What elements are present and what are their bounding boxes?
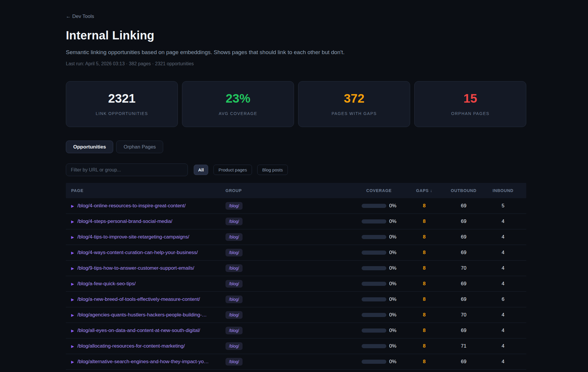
coverage-cell: 0% — [357, 359, 401, 365]
outbound-value: 69 — [447, 203, 480, 209]
group-badge: /blog/ — [225, 327, 243, 335]
gaps-value: 8 — [401, 343, 447, 349]
page-link[interactable]: /blog/alternative-search-engines-and-how… — [77, 359, 209, 365]
tab-opportunities[interactable]: Opportunities — [66, 141, 113, 153]
table-row[interactable]: ▶ /blog/9-tips-how-to-answer-customer-su… — [66, 261, 526, 276]
expand-row-icon[interactable]: ▶ — [71, 235, 74, 239]
gaps-value: 8 — [401, 250, 447, 256]
chip-blog-posts[interactable]: Blog posts — [257, 165, 288, 175]
table-row[interactable]: ▶ /blog/a-new-breed-of-tools-effectively… — [66, 292, 526, 307]
page-link[interactable]: /blog/allocating-resources-for-content-m… — [77, 343, 185, 349]
inbound-value: 6 — [480, 296, 526, 302]
column-header-coverage[interactable]: COVERAGE — [357, 188, 401, 193]
outbound-value: 69 — [447, 218, 480, 224]
table-row[interactable]: ▶ /blog/allocating-resources-for-content… — [66, 338, 526, 354]
page-link[interactable]: /blog/a-few-quick-seo-tips/ — [77, 281, 136, 287]
expand-row-icon[interactable]: ▶ — [71, 297, 74, 302]
page-link[interactable]: /blog/4-tips-to-improve-site-retargeting… — [77, 234, 189, 240]
group-badge: /blog/ — [225, 358, 243, 366]
outbound-value: 70 — [447, 312, 480, 318]
page-link[interactable]: /blog/9-tips-how-to-answer-customer-supp… — [77, 265, 194, 271]
coverage-bar — [362, 251, 386, 255]
page-link[interactable]: /blog/all-eyes-on-data-and-content-at-ne… — [77, 328, 200, 333]
column-header-group[interactable]: GROUP — [225, 188, 357, 193]
column-header-outbound[interactable]: OUTBOUND — [447, 188, 480, 193]
gaps-value: 8 — [401, 234, 447, 240]
coverage-cell: 0% — [357, 218, 401, 224]
table-header-row: PAGE GROUP COVERAGE GAPS ↓ OUTBOUND INBO… — [66, 183, 526, 198]
inbound-value: 4 — [480, 281, 526, 287]
expand-row-icon[interactable]: ▶ — [71, 282, 74, 286]
table-row[interactable]: ▶ /blog/alternative-search-engines-and-h… — [66, 354, 526, 370]
table-row[interactable]: ▶ /blog/agencies-quants-hustlers-hackers… — [66, 307, 526, 323]
page-title: Internal Linking — [66, 29, 526, 42]
page-cell: ▶ /blog/alternative-search-engines-and-h… — [66, 359, 225, 365]
coverage-bar — [362, 219, 386, 223]
coverage-cell: 0% — [357, 312, 401, 318]
inbound-value: 4 — [480, 265, 526, 271]
page-cell: ▶ /blog/4-ways-content-curation-can-help… — [66, 250, 225, 256]
filter-input[interactable] — [66, 164, 188, 176]
page-cell: ▶ /blog/a-new-breed-of-tools-effectively… — [66, 296, 225, 302]
stat-label: ORPHAN PAGES — [451, 111, 489, 116]
table-row[interactable]: ▶ /blog/a-few-quick-seo-tips/ /blog/ 0% … — [66, 276, 526, 292]
group-badge: /blog/ — [225, 218, 243, 226]
page-link[interactable]: /blog/4-steps-personal-brand-social-medi… — [77, 218, 172, 224]
page-link[interactable]: /blog/4-online-resources-to-inspire-grea… — [77, 203, 186, 209]
table-row[interactable]: ▶ /blog/4-steps-personal-brand-social-me… — [66, 214, 526, 229]
gaps-value: 8 — [401, 281, 447, 287]
page-cell: ▶ /blog/4-tips-to-improve-site-retargeti… — [66, 234, 225, 240]
coverage-cell: 0% — [357, 265, 401, 271]
coverage-cell: 0% — [357, 328, 401, 333]
group-filter-chips: All Product pages Blog posts — [194, 165, 288, 175]
gaps-value: 8 — [401, 359, 447, 365]
page-link[interactable]: /blog/agencies-quants-hustlers-hackers-p… — [77, 312, 207, 318]
group-badge: /blog/ — [225, 202, 243, 210]
inbound-value: 4 — [480, 312, 526, 318]
table-row[interactable]: ▶ /blog/4-ways-content-curation-can-help… — [66, 245, 526, 261]
group-badge: /blog/ — [225, 280, 243, 288]
stat-card-orphan-pages: 15 ORPHAN PAGES — [414, 81, 526, 127]
page-cell: ▶ /blog/a-few-quick-seo-tips/ — [66, 281, 225, 287]
coverage-value: 0% — [389, 265, 397, 271]
gaps-value: 8 — [401, 296, 447, 302]
group-badge: /blog/ — [225, 249, 243, 257]
coverage-cell: 0% — [357, 343, 401, 349]
stat-value: 372 — [344, 92, 364, 105]
page-cell: ▶ /blog/agencies-quants-hustlers-hackers… — [66, 312, 225, 318]
column-header-page[interactable]: PAGE — [66, 188, 225, 193]
group-badge: /blog/ — [225, 233, 243, 241]
group-cell: /blog/ — [225, 327, 357, 335]
column-header-inbound[interactable]: INBOUND — [480, 188, 526, 193]
table-row[interactable]: ▶ /blog/4-tips-to-improve-site-retargeti… — [66, 229, 526, 245]
expand-row-icon[interactable]: ▶ — [71, 266, 74, 271]
group-cell: /blog/ — [225, 342, 357, 350]
expand-row-icon[interactable]: ▶ — [71, 313, 74, 317]
stat-value: 2321 — [108, 92, 136, 105]
coverage-value: 0% — [389, 343, 397, 349]
chip-all[interactable]: All — [194, 165, 208, 175]
coverage-bar — [362, 266, 386, 270]
page-cell: ▶ /blog/allocating-resources-for-content… — [66, 343, 225, 349]
stat-card-avg-coverage: 23% AVG COVERAGE — [182, 81, 294, 127]
coverage-bar — [362, 328, 386, 333]
table-body: ▶ /blog/4-online-resources-to-inspire-gr… — [66, 198, 526, 370]
expand-row-icon[interactable]: ▶ — [71, 344, 74, 348]
stat-value: 15 — [463, 92, 477, 105]
view-tabs: Opportunities Orphan Pages — [66, 141, 526, 153]
table-row[interactable]: ▶ /blog/4-online-resources-to-inspire-gr… — [66, 198, 526, 214]
expand-row-icon[interactable]: ▶ — [71, 219, 74, 224]
expand-row-icon[interactable]: ▶ — [71, 328, 74, 333]
expand-row-icon[interactable]: ▶ — [71, 360, 74, 364]
table-row[interactable]: ▶ /blog/all-eyes-on-data-and-content-at-… — [66, 323, 526, 338]
column-header-gaps-sorted-desc[interactable]: GAPS ↓ — [401, 188, 447, 193]
outbound-value: 69 — [447, 328, 480, 333]
tab-orphan-pages[interactable]: Orphan Pages — [116, 141, 163, 153]
expand-row-icon[interactable]: ▶ — [71, 251, 74, 255]
page-link[interactable]: /blog/a-new-breed-of-tools-effectively-m… — [77, 296, 200, 302]
page-cell: ▶ /blog/4-online-resources-to-inspire-gr… — [66, 203, 225, 209]
back-to-dev-tools-link[interactable]: ← Dev Tools — [66, 14, 94, 19]
chip-product-pages[interactable]: Product pages — [213, 165, 252, 175]
page-link[interactable]: /blog/4-ways-content-curation-can-help-y… — [77, 250, 198, 256]
expand-row-icon[interactable]: ▶ — [71, 204, 74, 208]
